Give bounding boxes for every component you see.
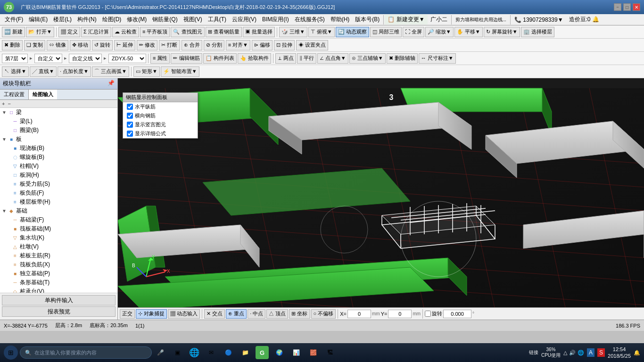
rebar-panel-title[interactable]: 钢筋显示控制面板 [123, 93, 198, 102]
menu-cloud[interactable]: 云应用(V) [229, 15, 259, 25]
btn-two-point[interactable]: ⊥ 两点 [275, 53, 296, 64]
btn-report-preview[interactable]: 报表预览 [2, 306, 116, 317]
menu-component[interactable]: 构件(N) [74, 15, 99, 25]
btn-find-element[interactable]: 🔍 查找图元 [171, 27, 204, 37]
rotate-input[interactable] [443, 310, 471, 318]
btn-rect[interactable]: ▭ 矩形▼ [133, 66, 160, 77]
menu-file[interactable]: 文件(F) [2, 15, 26, 25]
btn-snap-center[interactable]: · 中点 [248, 309, 265, 319]
tree-floor-band[interactable]: ≡ 楼层板带(H) [0, 197, 117, 206]
menu-wall-note[interactable]: 剪力墙和暗柱共用边线... [453, 16, 509, 24]
btn-snap-coord[interactable]: ⊞ 坐标 [289, 309, 310, 319]
btn-edit[interactable]: ✏ 修改 [137, 40, 157, 50]
close-button[interactable]: ✕ [633, 3, 640, 11]
menu-bim[interactable]: BIM应用(I) [259, 15, 292, 25]
menu-floor[interactable]: 楼层(L) [50, 15, 74, 25]
btn-view-rebar[interactable]: ⊞ 查看钢筋量 [206, 27, 242, 37]
menu-phone[interactable]: 📞 13907298339▼ [512, 16, 566, 24]
btn-object-snap[interactable]: ⊹ 对象捕捉 [136, 309, 167, 319]
btn-split[interactable]: ⊘ 分割 [204, 40, 224, 50]
tree-col-pedestal[interactable]: △ 柱墩(V) [0, 242, 117, 251]
btn-dynamic-input[interactable]: ▦ 动态输入 [168, 309, 200, 319]
btn-select[interactable]: ↖ 选择▼ [2, 66, 29, 77]
btn-dynamic-obs[interactable]: 🔄 动态观察 [336, 27, 369, 37]
btn-edit-rebar[interactable]: ✏ 编辑钢筋 [171, 53, 202, 64]
btn-grip[interactable]: ◈ 设置夹点 [296, 40, 328, 50]
tree-cast-slab[interactable]: ■ 现浇板(B) [0, 144, 117, 153]
btn-pick-component[interactable]: 👆 拾取构件 [238, 53, 271, 64]
nav-draw-input[interactable]: 绘图输入 [29, 90, 57, 99]
cb-trans-rebar[interactable] [127, 113, 133, 119]
taskbar-icon-app2[interactable]: 🧱 [306, 346, 320, 359]
menu-rebar-qty[interactable]: 钢筋量(Q) [149, 15, 180, 25]
tree-strip-found[interactable]: ─ 条形基础(T) [0, 278, 117, 287]
btn-stretch[interactable]: ⊡ 拉伸 [274, 40, 295, 50]
tree-spiral-slab[interactable]: ◌ 螺旋板(B) [0, 153, 117, 162]
rebar-cb-show-elem[interactable]: 显示竖宫图元 [123, 120, 198, 129]
maximize-button[interactable]: □ [623, 3, 631, 11]
btn-line[interactable]: ╱ 直线▼ [30, 66, 57, 77]
taskbar-icon-ie2[interactable]: 🔵 [222, 346, 235, 359]
panel-collapse-btn[interactable]: − [8, 101, 10, 107]
btn-merge[interactable]: ⊕ 合并 [182, 40, 202, 50]
tree-found-group[interactable]: ▼ ◆ 基础 [0, 206, 117, 215]
ime-icon[interactable]: A [587, 348, 594, 357]
btn-top-view[interactable]: ⊤ 俯视▼ [308, 27, 335, 37]
btn-parallel[interactable]: ∥ 平行 [297, 53, 316, 64]
taskbar-icon-app3[interactable]: 🏗 [323, 346, 337, 359]
taskbar-icon-mic[interactable]: 🎤 [154, 346, 167, 359]
menu-price[interactable]: 造价豆:0 🔔 [566, 15, 602, 25]
tree-indep-found[interactable]: ■ 独立基础(P) [0, 269, 117, 278]
btn-batch-select[interactable]: ▣ 批量选择 [243, 27, 275, 37]
btn-component-list[interactable]: 📋 构件列表 [203, 53, 237, 64]
tree-slab-hole[interactable]: □ 板洞(H) [0, 171, 117, 180]
btn-delete[interactable]: ✖ 删除 [2, 40, 23, 50]
btn-mirror[interactable]: ⇔ 镜像 [47, 40, 68, 50]
btn-zoom[interactable]: 🔎 缩放▼ [425, 27, 454, 37]
taskbar-icon-ie[interactable]: 🌐 [188, 346, 201, 359]
rebar-cb-show-formula[interactable]: 显示详细公式 [123, 129, 198, 138]
btn-open[interactable]: 📂 打开▼ [26, 27, 54, 37]
tree-ring-beam[interactable]: □ 圈梁(B) [0, 126, 117, 135]
menu-draw[interactable]: 绘图(D) [99, 15, 124, 25]
menu-view[interactable]: 视图(V) [181, 15, 205, 25]
btn-calc[interactable]: Σ 汇总计算 [81, 27, 111, 37]
btn-point-angle[interactable]: ∠ 点点角▼ [317, 53, 348, 64]
tree-sump[interactable]: ▽ 集水坑(K) [0, 233, 117, 242]
taskbar-icon-globe[interactable]: 🌍 [272, 346, 286, 359]
define-select[interactable]: 自定义 [34, 54, 62, 63]
rebar-cb-horiz[interactable]: 水平纵筋 [123, 102, 198, 111]
menu-online[interactable]: 在线服务(S) [292, 15, 328, 25]
btn-cloud-check[interactable]: ☁ 云检查 [112, 27, 139, 37]
ime-icon2[interactable]: S [597, 348, 605, 357]
btn-three-point-axis[interactable]: ⊙ 三点辅轴▼ [349, 53, 386, 64]
btn-single-component[interactable]: 单构件输入 [2, 295, 116, 305]
btn-delete-axis[interactable]: ✖ 删除辅轴 [387, 53, 418, 64]
btn-properties[interactable]: ≡ 属性 [150, 53, 170, 64]
menu-user[interactable]: 广小二 [428, 15, 450, 25]
btn-screen-rotate[interactable]: ↻ 屏幕旋转▼ [484, 27, 520, 37]
btn-snap-vertex[interactable]: △ 顶点 [266, 309, 288, 319]
btn-align-top[interactable]: ≡ 平齐板顶 [140, 27, 170, 37]
panel-pin-icon[interactable]: 📌 [107, 80, 115, 88]
btn-point-len[interactable]: · 点加长度▼ [58, 66, 91, 77]
tree-beam-group[interactable]: ▼ □ 梁 [0, 108, 117, 117]
notification-btn[interactable]: 🔔 [634, 350, 640, 356]
taskbar-icon-g[interactable]: G [256, 346, 269, 359]
y-input[interactable] [388, 310, 412, 318]
x-input[interactable] [347, 310, 371, 318]
menu-modify[interactable]: 修改(M) [124, 15, 149, 25]
btn-no-offset[interactable]: ○ 不偏移 [311, 309, 336, 319]
cb-show-elem[interactable] [127, 122, 133, 128]
btn-three-arc[interactable]: ⌒ 三点画弧▼ [92, 66, 129, 77]
btn-new[interactable]: 🆕 新建 [2, 27, 25, 37]
minimize-button[interactable]: － [614, 3, 621, 11]
rebar-cb-trans[interactable]: 横向钢筋 [123, 111, 198, 120]
btn-smart-place[interactable]: ⚡ 智能布置▼ [161, 66, 199, 77]
menu-edit[interactable]: 编辑(E) [26, 15, 50, 25]
taskbar-icon-task[interactable]: ▣ [171, 346, 184, 359]
btn-select-floor[interactable]: 🏢 选择楼层 [521, 27, 554, 37]
tree-raft-found[interactable]: ■ 筏板基础(M) [0, 224, 117, 233]
btn-dim-note[interactable]: ↔ 尺寸标注▼ [419, 53, 456, 64]
taskbar-search[interactable]: 🔍 在这里输入你要搜索的内容 [20, 346, 152, 359]
